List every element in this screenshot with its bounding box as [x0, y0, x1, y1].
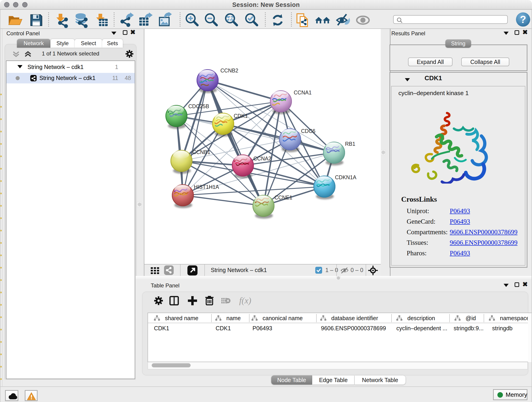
svg-text:HIST1H1A: HIST1H1A — [194, 184, 219, 190]
svg-text:CDKN1A: CDKN1A — [335, 174, 356, 180]
svg-text:CCNA1: CCNA1 — [294, 89, 312, 96]
svg-text:RB1: RB1 — [345, 141, 355, 147]
svg-text:CDC25B: CDC25B — [188, 103, 209, 109]
svg-text:CCNE1: CCNE1 — [274, 195, 292, 201]
svg-text:CCNB2: CCNB2 — [220, 68, 238, 74]
svg-text:CCNA2: CCNA2 — [253, 156, 271, 162]
svg-text:f(x): f(x) — [239, 296, 251, 306]
svg-text:CDC6: CDC6 — [301, 128, 316, 134]
svg-text:CDK1: CDK1 — [234, 113, 248, 119]
svg-text:CCNB1: CCNB1 — [192, 149, 210, 155]
svg-text:?: ? — [520, 14, 526, 25]
